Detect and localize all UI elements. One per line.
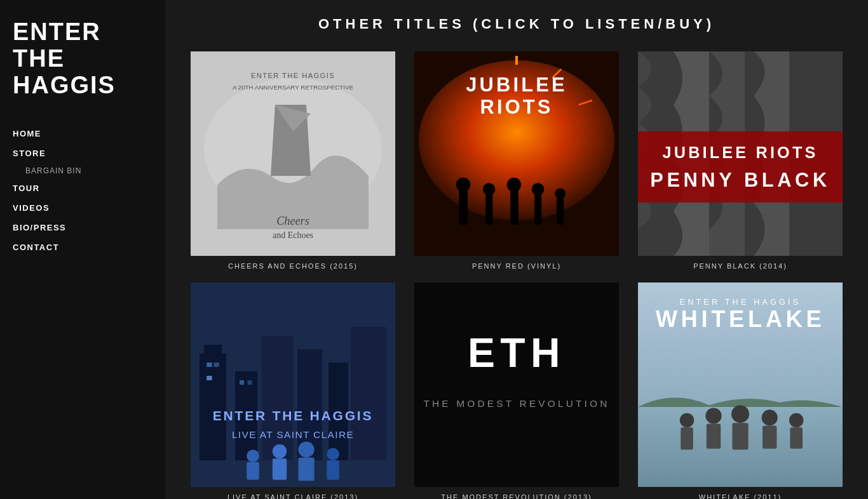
nav-videos[interactable]: VIDEOS: [13, 198, 153, 218]
svg-point-67: [789, 413, 803, 427]
nav-store[interactable]: STORE: [13, 143, 153, 163]
svg-rect-40: [214, 363, 219, 367]
album-title-whitelake: WHITELAKE (2011): [699, 493, 782, 499]
svg-rect-43: [248, 380, 252, 385]
svg-text:A 20TH ANNIVERSARY RETROSPECTI: A 20TH ANNIVERSARY RETROSPECTIVE: [233, 84, 354, 91]
svg-rect-51: [327, 460, 339, 480]
album-title-cheers: CHEERS AND ECHOES (2015): [228, 262, 358, 270]
svg-rect-32: [200, 354, 226, 460]
svg-point-22: [532, 183, 545, 196]
svg-rect-45: [247, 462, 259, 480]
svg-point-61: [705, 408, 721, 423]
svg-rect-19: [510, 189, 519, 225]
svg-rect-54: [414, 283, 619, 487]
album-live-saint-claire[interactable]: ENTER THE HAGGIS LIVE AT SAINT CLAIRE LI…: [191, 283, 395, 499]
svg-rect-66: [763, 425, 776, 448]
nav-tour[interactable]: TOUR: [13, 178, 153, 198]
album-cover-penny-black: JUBILEE RIOTS PENNY BLACK: [638, 51, 843, 256]
svg-rect-60: [681, 427, 693, 449]
svg-rect-41: [207, 376, 212, 380]
album-whitelake[interactable]: ENTER THE HAGGIS WHITELAKE WHITELAKE (20…: [638, 283, 843, 499]
svg-point-16: [456, 178, 470, 192]
svg-rect-21: [534, 194, 541, 225]
album-cover-cheers: Cheers and Echoes ENTER THE HAGGIS A 20T…: [191, 51, 395, 256]
svg-rect-47: [273, 458, 287, 480]
album-cheers-and-echoes[interactable]: Cheers and Echoes ENTER THE HAGGIS A 20T…: [191, 51, 395, 270]
album-title-penny-black: PENNY BLACK (2014): [693, 262, 787, 270]
svg-rect-15: [459, 189, 468, 225]
svg-text:JUBILEE: JUBILEE: [466, 74, 567, 96]
svg-point-48: [298, 442, 314, 458]
album-cover-modest: ETH THE MODEST REVOLUTION: [414, 283, 619, 487]
svg-point-63: [731, 405, 749, 423]
page-heading: OTHER TITLES (CLICK TO LISTEN/BUY): [191, 13, 843, 32]
album-title-saint-claire: LIVE AT SAINT CLAIRE (2013): [227, 493, 358, 499]
svg-text:THE MODEST REVOLUTION: THE MODEST REVOLUTION: [423, 398, 609, 409]
svg-text:PENNY BLACK: PENNY BLACK: [650, 169, 830, 191]
svg-text:ENTER THE HAGGIS: ENTER THE HAGGIS: [251, 72, 335, 79]
svg-rect-64: [732, 423, 748, 449]
svg-point-50: [327, 448, 339, 460]
nav-home[interactable]: HOME: [13, 124, 153, 143]
nav-contact[interactable]: CONTACT: [13, 237, 153, 257]
sidebar: ENTER THEHAGGIS HOME STORE BARGAIN BIN T…: [0, 0, 165, 499]
svg-text:ENTER THE HAGGIS: ENTER THE HAGGIS: [213, 408, 373, 423]
album-modest-revolution[interactable]: ETH THE MODEST REVOLUTION THE MODEST REV…: [414, 283, 619, 499]
svg-text:and Echoes: and Echoes: [273, 230, 313, 240]
svg-point-65: [762, 409, 778, 425]
svg-text:ENTER THE HAGGIS: ENTER THE HAGGIS: [680, 298, 801, 307]
svg-rect-28: [638, 131, 843, 203]
album-cover-penny-red: JUBILEE RIOTS: [414, 51, 619, 256]
svg-text:ETH: ETH: [468, 330, 566, 376]
svg-point-24: [555, 189, 566, 199]
svg-point-20: [507, 178, 521, 192]
svg-rect-17: [485, 194, 492, 225]
main-content: OTHER TITLES (CLICK TO LISTEN/BUY) Cheer…: [165, 0, 868, 499]
svg-rect-68: [790, 427, 803, 449]
album-cover-whitelake: ENTER THE HAGGIS WHITELAKE: [638, 283, 843, 487]
svg-rect-33: [204, 345, 222, 358]
svg-text:Cheers: Cheers: [276, 215, 309, 227]
svg-rect-35: [262, 336, 293, 460]
svg-point-18: [483, 183, 496, 196]
album-title-modest: THE MODEST REVOLUTION (2013): [441, 493, 592, 499]
svg-text:LIVE AT SAINT CLAIRE: LIVE AT SAINT CLAIRE: [232, 429, 354, 440]
nav-bargain-bin[interactable]: BARGAIN BIN: [13, 163, 153, 178]
svg-rect-62: [707, 424, 721, 449]
albums-grid: Cheers and Echoes ENTER THE HAGGIS A 20T…: [191, 51, 843, 499]
svg-text:JUBILEE RIOTS: JUBILEE RIOTS: [663, 143, 818, 161]
album-title-penny-red: PENNY RED (VINYL): [472, 262, 561, 270]
svg-rect-42: [240, 380, 244, 385]
svg-point-44: [247, 449, 259, 462]
svg-point-59: [680, 413, 694, 427]
svg-point-46: [273, 444, 287, 458]
svg-text:RIOTS: RIOTS: [480, 96, 553, 118]
svg-text:WHITELAKE: WHITELAKE: [656, 306, 825, 332]
svg-rect-23: [557, 198, 564, 225]
nav-bio-press[interactable]: BIO/PRESS: [13, 218, 153, 237]
album-cover-saint-claire: ENTER THE HAGGIS LIVE AT SAINT CLAIRE: [191, 283, 395, 487]
svg-rect-38: [351, 327, 386, 460]
album-penny-red[interactable]: JUBILEE RIOTS PENNY RED (VINYL): [414, 51, 619, 270]
site-title: ENTER THEHAGGIS: [13, 19, 153, 98]
svg-rect-39: [207, 363, 212, 367]
album-penny-black[interactable]: JUBILEE RIOTS PENNY BLACK PENNY BLACK (2…: [638, 51, 843, 270]
svg-rect-49: [298, 458, 314, 481]
